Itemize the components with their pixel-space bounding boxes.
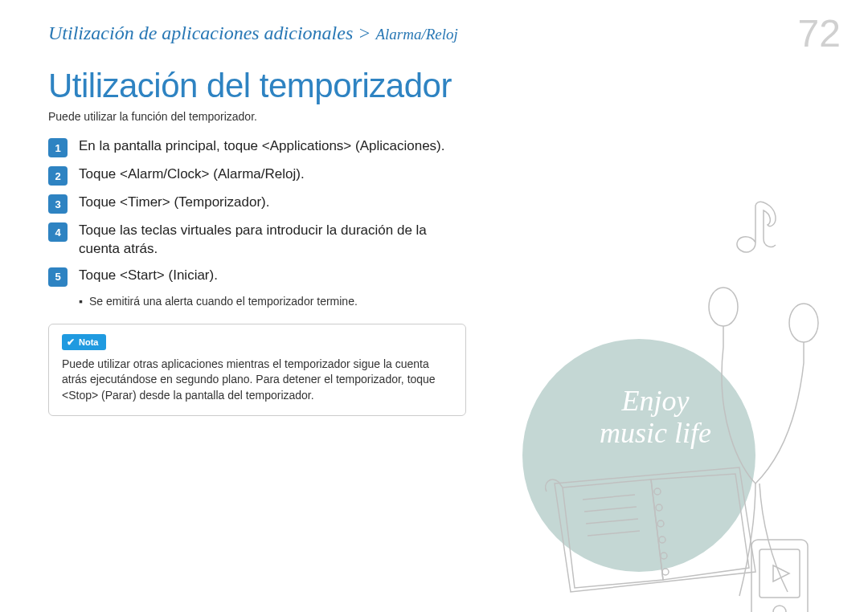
intro-text: Puede utilizar la función del temporizad… (48, 110, 820, 123)
svg-rect-8 (751, 540, 808, 612)
step-number-badge: 1 (48, 138, 68, 157)
note-badge: ✔ Nota (62, 334, 106, 350)
breadcrumb-main: Utilización de aplicaciones adicionales (48, 22, 353, 43)
svg-point-1 (789, 304, 818, 342)
svg-point-2 (654, 488, 661, 495)
note-box: ✔ Nota Puede utilizar otras aplicaciones… (48, 324, 466, 416)
earbuds-icon (667, 275, 852, 612)
step-item: 1 En la pantalla principal, toque <Appli… (48, 137, 466, 157)
svg-point-10 (773, 606, 786, 612)
sub-bullet-text: Se emitirá una alerta cuando el temporiz… (89, 295, 358, 308)
planner-icon (538, 451, 764, 604)
step-text: Toque <Timer> (Temporizador). (79, 194, 269, 212)
step-item: 5 Toque <Start> (Iniciar). (48, 267, 466, 287)
bullet-dot-icon: ▪ (79, 295, 83, 308)
manual-page: 72 Utilización de aplicaciones adicional… (0, 0, 868, 612)
svg-rect-9 (760, 549, 800, 598)
sub-bullet: ▪ Se emitirá una alerta cuando el tempor… (79, 295, 466, 308)
play-icon (773, 565, 789, 581)
steps-list: 1 En la pantalla principal, toque <Appli… (48, 137, 466, 308)
background-circle (522, 339, 755, 572)
note-text: Puede utilizar otras aplicaciones mientr… (62, 357, 452, 404)
step-item: 4 Toque las teclas virtuales para introd… (48, 222, 466, 259)
breadcrumb-sep: > (353, 22, 375, 43)
svg-point-3 (656, 504, 662, 511)
breadcrumb: Utilización de aplicaciones adicionales … (48, 22, 820, 44)
check-icon: ✔ (67, 337, 75, 348)
step-text: En la pantalla principal, toque <Applica… (79, 137, 445, 156)
illustration: Enjoy music life (466, 130, 868, 612)
tagline-line1: Enjoy (622, 385, 690, 417)
step-number-badge: 5 (48, 267, 68, 287)
svg-point-6 (661, 553, 667, 559)
device-icon (739, 532, 820, 612)
step-number-badge: 4 (48, 222, 68, 242)
tagline-line2: music life (600, 417, 711, 449)
music-note-icon (731, 194, 788, 259)
step-number-badge: 2 (48, 166, 68, 186)
svg-point-0 (709, 288, 738, 326)
note-label: Nota (79, 337, 98, 347)
svg-point-5 (659, 537, 665, 543)
svg-point-7 (662, 569, 669, 575)
step-text: Toque las teclas virtuales para introduc… (79, 222, 466, 259)
step-number-badge: 3 (48, 194, 68, 214)
breadcrumb-sub: Alarma/Reloj (375, 26, 457, 43)
page-number: 72 (798, 11, 841, 55)
step-item: 2 Toque <Alarm/Clock> (Alarma/Reloj). (48, 165, 466, 186)
page-title: Utilización del temporizador (48, 67, 820, 105)
step-item: 3 Toque <Timer> (Temporizador). (48, 194, 466, 214)
svg-point-4 (657, 520, 664, 527)
step-text: Toque <Start> (Iniciar). (79, 267, 218, 285)
step-text: Toque <Alarm/Clock> (Alarma/Reloj). (79, 165, 305, 184)
tagline: Enjoy music life (600, 386, 711, 449)
